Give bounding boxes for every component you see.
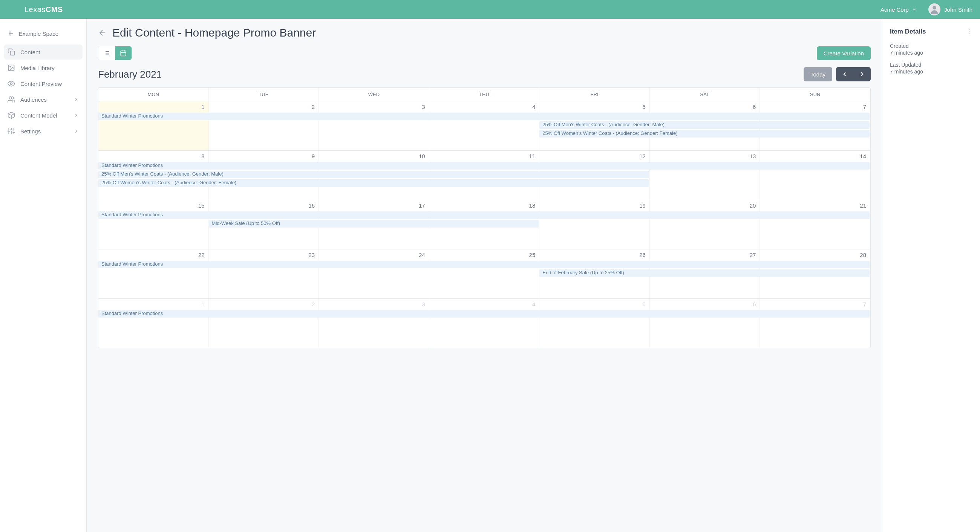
day-number: 2 (213, 103, 315, 110)
page-title-row: Edit Content - Homepage Promo Banner (98, 26, 871, 39)
day-header: TUE (209, 88, 319, 101)
calendar-day[interactable]: 15 (99, 200, 209, 249)
sidebar-item-settings[interactable]: Settings (4, 124, 83, 139)
details-field: Created7 minutes ago (890, 43, 972, 56)
sidebar-item-content[interactable]: Content (4, 44, 83, 60)
details-menu-button[interactable] (966, 28, 972, 35)
details-value: 7 minutes ago (890, 68, 972, 75)
svg-point-5 (11, 83, 13, 85)
calendar-event[interactable]: Mid-Week Sale (Up to 50% Off) (209, 220, 539, 227)
sidebar-item-audiences[interactable]: Audiences (4, 92, 83, 107)
sidebar-item-label: Content (21, 49, 40, 56)
calendar-event[interactable]: 25% Off Men's Winter Coats - (Audience: … (539, 121, 870, 129)
calendar-event[interactable]: 25% Off Women's Winter Coats - (Audience… (539, 130, 870, 138)
day-number: 24 (323, 252, 425, 258)
org-selector[interactable]: Acme Corp (880, 6, 917, 13)
calendar-view-button[interactable] (115, 46, 132, 60)
day-number: 19 (543, 202, 646, 209)
day-number: 11 (433, 153, 536, 159)
space-name: Example Space (19, 30, 59, 37)
details-label: Last Updated (890, 62, 972, 68)
calendar-day[interactable]: 1 (99, 102, 209, 150)
calendar-day[interactable]: 2 (209, 102, 319, 150)
day-number: 16 (213, 202, 315, 209)
sidebar-item-content-preview[interactable]: Content Preview (4, 76, 83, 91)
svg-point-4 (10, 66, 11, 67)
space-name-row[interactable]: Example Space (4, 26, 83, 44)
day-header: SAT (650, 88, 760, 101)
day-header: WED (319, 88, 429, 101)
svg-rect-2 (11, 51, 15, 56)
chevron-right-icon (73, 129, 79, 134)
calendar-day[interactable]: 2 (209, 299, 319, 348)
day-number: 17 (323, 202, 425, 209)
calendar-event[interactable]: End of February Sale (Up to 25% Off) (539, 269, 870, 277)
sidebar-item-label: Media Library (21, 65, 55, 71)
list-view-button[interactable] (99, 46, 115, 60)
user-section[interactable]: John Smith (928, 3, 972, 16)
chevron-right-icon (859, 71, 865, 78)
sidebar-item-label: Content Preview (21, 81, 62, 87)
calendar-week: 891011121314Standard Winter Promotions25… (99, 150, 870, 200)
calendar-day[interactable]: 24 (319, 249, 429, 299)
next-month-button[interactable] (853, 67, 871, 81)
calendar-day[interactable]: 20 (650, 200, 760, 249)
prev-month-button[interactable] (836, 67, 853, 81)
day-number: 21 (764, 202, 866, 209)
day-number: 4 (433, 103, 536, 110)
logo-suffix: CMS (46, 5, 63, 14)
org-name: Acme Corp (880, 6, 909, 13)
calendar-event[interactable]: 25% Off Men's Winter Coats - (Audience: … (99, 171, 649, 178)
eye-icon (8, 80, 15, 87)
calendar-event[interactable]: Standard Winter Promotions (99, 162, 870, 170)
sidebar: Example Space ContentMedia LibraryConten… (0, 19, 87, 532)
day-number: 20 (654, 202, 756, 209)
calendar-day[interactable]: 13 (650, 151, 760, 200)
logo: LexasCMS (24, 5, 63, 14)
day-number: 7 (764, 301, 866, 307)
day-number: 22 (102, 252, 205, 258)
sidebar-item-label: Content Model (21, 112, 57, 119)
calendar-event[interactable]: Standard Winter Promotions (99, 113, 870, 120)
calendar-nav: Today (803, 67, 871, 81)
box-icon (8, 111, 15, 119)
svg-point-6 (9, 97, 12, 100)
calendar-week: 22232425262728Standard Winter Promotions… (99, 249, 870, 299)
calendar-day[interactable]: 1 (99, 299, 209, 348)
calendar-day[interactable]: 22 (99, 249, 209, 299)
day-number: 5 (543, 301, 646, 307)
calendar-day[interactable]: 21 (760, 200, 870, 249)
calendar-event[interactable]: 25% Off Women's Winter Coats - (Audience… (99, 179, 649, 187)
calendar-day[interactable]: 3 (319, 102, 429, 150)
sliders-icon (8, 127, 15, 135)
back-arrow-icon[interactable] (98, 28, 107, 37)
calendar-day[interactable]: 4 (429, 299, 540, 348)
details-field: Last Updated7 minutes ago (890, 62, 972, 75)
calendar-event[interactable]: Standard Winter Promotions (99, 261, 870, 268)
calendar-day[interactable]: 14 (760, 151, 870, 200)
avatar (928, 3, 940, 16)
calendar-day[interactable]: 4 (429, 102, 540, 150)
sidebar-item-media-library[interactable]: Media Library (4, 60, 83, 75)
calendar-month-label: February 2021 (98, 68, 162, 80)
calendar-day[interactable]: 6 (650, 299, 760, 348)
sidebar-item-content-model[interactable]: Content Model (4, 108, 83, 123)
details-value: 7 minutes ago (890, 50, 972, 56)
calendar-day[interactable]: 23 (209, 249, 319, 299)
calendar-body: 1234567Standard Winter Promotions25% Off… (99, 101, 870, 348)
calendar-day[interactable]: 5 (539, 299, 650, 348)
calendar-event[interactable]: Standard Winter Promotions (99, 310, 870, 318)
calendar-day[interactable]: 19 (539, 200, 650, 249)
calendar-day[interactable]: 25 (429, 249, 540, 299)
today-button[interactable]: Today (803, 67, 832, 81)
user-name: John Smith (944, 6, 972, 13)
calendar-day[interactable]: 7 (760, 299, 870, 348)
svg-point-29 (969, 31, 969, 32)
calendar-day-headers: MONTUEWEDTHUFRISATSUN (99, 88, 870, 101)
sidebar-item-label: Settings (21, 128, 41, 135)
chevron-right-icon (73, 97, 79, 102)
calendar-day[interactable]: 3 (319, 299, 429, 348)
calendar-event[interactable]: Standard Winter Promotions (99, 211, 870, 219)
users-icon (8, 96, 15, 103)
create-variation-button[interactable]: Create Variation (817, 46, 871, 60)
